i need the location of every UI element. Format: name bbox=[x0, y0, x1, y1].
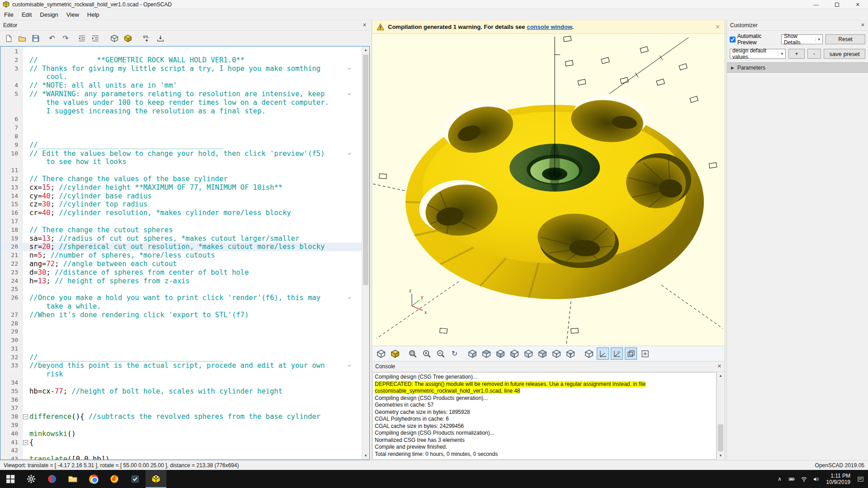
viewport-3d[interactable]: z y x bbox=[372, 34, 725, 346]
code-line-8[interactable]: 8 bbox=[0, 132, 362, 141]
minimize-button[interactable]: — bbox=[806, 0, 826, 9]
menu-edit[interactable]: Edit bbox=[18, 9, 36, 20]
view-center-button[interactable] bbox=[564, 347, 576, 360]
code-line-43[interactable]: 43translate([0,0,hb]) bbox=[0, 455, 362, 460]
zoom-all-button[interactable] bbox=[406, 347, 419, 360]
editor-close-icon[interactable]: ✕ bbox=[363, 22, 367, 28]
code-line-1[interactable]: 1 bbox=[0, 47, 362, 56]
code-line-11[interactable]: 11 bbox=[0, 166, 362, 175]
code-line-42[interactable]: 42 bbox=[0, 446, 362, 455]
save-preset-button[interactable]: save preset bbox=[824, 49, 865, 59]
code-line-36[interactable]: 36 bbox=[0, 396, 362, 404]
code-line-20[interactable]: 20sr=20; //shpereical cut out resolution… bbox=[0, 243, 362, 251]
view-diagonal-button[interactable] bbox=[550, 347, 562, 360]
console-close-icon[interactable]: ✕ bbox=[717, 363, 722, 369]
code-line-23[interactable]: 23d=30; //distance of spheres from cente… bbox=[0, 268, 362, 277]
reset-button[interactable]: Reset bbox=[826, 34, 865, 44]
open-file-button[interactable] bbox=[15, 32, 29, 45]
scroll-up-icon[interactable]: ▲ bbox=[362, 47, 369, 54]
export-stl-button[interactable]: STL bbox=[140, 32, 154, 45]
code-line-29[interactable]: 29 bbox=[0, 328, 362, 336]
show-axes-button[interactable] bbox=[597, 347, 609, 360]
view-top-button[interactable] bbox=[480, 347, 492, 360]
show-edges-button[interactable] bbox=[583, 347, 595, 360]
menu-file[interactable]: File bbox=[0, 9, 18, 20]
view-front-button[interactable] bbox=[522, 347, 534, 360]
undo-button[interactable]: ↶ bbox=[45, 32, 59, 45]
scroll-down-icon[interactable]: ▼ bbox=[362, 452, 369, 460]
console-window-link[interactable]: console window bbox=[527, 23, 572, 30]
render-button[interactable] bbox=[121, 32, 135, 45]
reset-view-button[interactable]: ↻ bbox=[448, 347, 461, 360]
code-line-18[interactable]: 18// There change the cutout spheres bbox=[0, 226, 362, 235]
preview-button[interactable] bbox=[375, 347, 387, 360]
view-back-button[interactable] bbox=[536, 347, 548, 360]
code-line-37[interactable]: 37 bbox=[0, 404, 362, 413]
close-button[interactable]: ✕ bbox=[847, 0, 868, 9]
code-line-9[interactable]: 9//_____________________________________… bbox=[0, 141, 362, 150]
fold-marker[interactable]: − bbox=[22, 413, 29, 421]
code-line-19[interactable]: 19sa=13; //radius of cut out spheres, *m… bbox=[0, 235, 362, 243]
editor-scroll-thumb[interactable] bbox=[363, 55, 368, 285]
code-line-41[interactable]: 41−{ bbox=[0, 438, 362, 447]
code-line-3[interactable]: 3// Thanks for giving my little script a… bbox=[0, 65, 362, 82]
fold-marker[interactable]: − bbox=[22, 438, 29, 447]
code-line-7[interactable]: 7 bbox=[0, 124, 362, 132]
remove-preset-button[interactable]: - bbox=[807, 49, 821, 59]
view-all-button[interactable] bbox=[639, 347, 651, 360]
customizer-close-icon[interactable]: ✕ bbox=[861, 22, 865, 28]
editor-scrollbar[interactable]: ▲ ▼ bbox=[362, 47, 369, 460]
preview-button[interactable] bbox=[108, 32, 121, 45]
action-center-button[interactable] bbox=[854, 470, 866, 488]
code-line-12[interactable]: 12// There change the values of the base… bbox=[0, 175, 362, 183]
zoom-in-button[interactable] bbox=[420, 347, 433, 360]
code-line-34[interactable]: 34 bbox=[0, 379, 362, 387]
menu-design[interactable]: Design bbox=[36, 9, 62, 20]
maximize-button[interactable] bbox=[826, 0, 847, 9]
code-line-35[interactable]: 35hb=cx-77; //height of bolt hole, scale… bbox=[0, 387, 362, 396]
hidden-icons-button[interactable]: ∧ bbox=[774, 470, 786, 488]
view-right-button[interactable] bbox=[466, 347, 478, 360]
console-scroll-thumb[interactable] bbox=[718, 424, 723, 451]
code-line-5[interactable]: 5// *WARNING: any parameters relating to… bbox=[0, 90, 362, 115]
export-button[interactable] bbox=[154, 32, 167, 45]
code-line-38[interactable]: 38−difference(){ //subtracts the revolve… bbox=[0, 413, 362, 421]
code-line-24[interactable]: 24h=13; // height of spheres from z-axis bbox=[0, 277, 362, 286]
console-scrollbar[interactable]: ▲ ▼ bbox=[717, 372, 724, 460]
taskbar-openscad[interactable] bbox=[146, 470, 166, 488]
new-file-button[interactable] bbox=[2, 32, 15, 45]
redo-button[interactable]: ↷ bbox=[59, 32, 72, 45]
code-line-17[interactable]: 17 bbox=[0, 217, 362, 226]
automatic-preview-option[interactable]: Automatic Preview bbox=[730, 33, 778, 46]
clock[interactable]: 1:11 PM 10/9/2019 bbox=[823, 473, 854, 485]
code-line-28[interactable]: 28 bbox=[0, 319, 362, 328]
menu-help[interactable]: Help bbox=[83, 9, 104, 20]
code-line-10[interactable]: 10// Edit the values below to change you… bbox=[0, 150, 362, 167]
taskbar-browser[interactable] bbox=[42, 470, 62, 488]
title-bar[interactable]: customisable_symmetric_rockwall_hold_ver… bbox=[0, 0, 868, 9]
indent-button[interactable] bbox=[89, 32, 102, 45]
add-preset-button[interactable]: + bbox=[788, 49, 805, 59]
show-scale-markers-button[interactable]: 10 bbox=[611, 347, 623, 360]
taskbar-chrome[interactable] bbox=[83, 470, 104, 488]
detail-level-select[interactable]: Show Details▾ bbox=[781, 34, 823, 44]
taskbar-settings[interactable] bbox=[21, 470, 42, 488]
code-editor[interactable]: 12// **GEOMETRIC ROCK WALL HOLD VER1.0**… bbox=[0, 46, 370, 460]
code-line-6[interactable]: 6 bbox=[0, 115, 362, 124]
code-line-33[interactable]: 33//beyond this point is the actual scri… bbox=[0, 361, 362, 379]
code-line-27[interactable]: 27//When it's done rendering click 'expo… bbox=[0, 311, 362, 319]
code-line-39[interactable]: 39 bbox=[0, 421, 362, 430]
network-icon[interactable] bbox=[798, 470, 810, 488]
battery-icon[interactable] bbox=[786, 470, 798, 488]
code-line-22[interactable]: 22ang=72; //angle between each cutout bbox=[0, 260, 362, 268]
unindent-button[interactable] bbox=[75, 32, 89, 45]
view-bottom-button[interactable] bbox=[494, 347, 506, 360]
code-line-2[interactable]: 2// **GEOMETRIC ROCK WALL HOLD VER1.0** bbox=[0, 56, 362, 65]
code-line-30[interactable]: 30 bbox=[0, 336, 362, 345]
code-line-25[interactable]: 25 bbox=[0, 285, 362, 294]
orthogonal-view-button[interactable] bbox=[625, 347, 637, 360]
code-line-4[interactable]: 4// *NOTE: all all units are in 'mm' bbox=[0, 81, 362, 90]
code-line-32[interactable]: 32//____________________________________… bbox=[0, 353, 362, 362]
code-line-14[interactable]: 14cy=40; //cylinder base radius bbox=[0, 192, 362, 201]
code-line-16[interactable]: 16cr=40; //cylinder resolution, *makes c… bbox=[0, 209, 362, 217]
